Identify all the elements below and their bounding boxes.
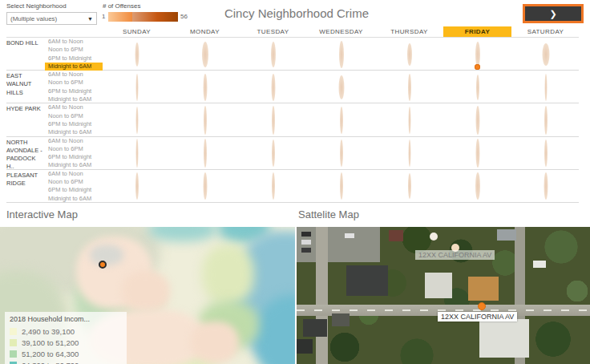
neighborhood-dropdown[interactable]: (Multiple values) ▼ xyxy=(6,12,97,25)
interactive-map[interactable]: 2018 Household Incom... 2,490 to 39,1003… xyxy=(0,227,295,364)
crime-mark-cell[interactable] xyxy=(239,71,307,103)
time-bucket-label[interactable]: 6AM to Noon xyxy=(45,137,103,145)
day-header-thursday[interactable]: THURSDAY xyxy=(375,26,443,37)
time-bucket-label[interactable]: 6PM to Midnight xyxy=(45,120,103,128)
crime-mark-cell[interactable] xyxy=(307,38,375,71)
time-bucket-label[interactable]: 6AM to Noon xyxy=(45,38,103,46)
time-bucket-label[interactable]: Midnight to 6AM xyxy=(45,128,103,136)
offense-distribution-mark[interactable] xyxy=(135,74,138,101)
crime-mark-cell[interactable] xyxy=(171,137,239,170)
time-bucket-label[interactable]: 6AM to Noon xyxy=(45,170,103,178)
time-bucket-label[interactable]: Midnight to 6AM xyxy=(45,161,103,169)
time-bucket-label[interactable]: Midnight to 6AM xyxy=(45,195,103,203)
selected-offense-mark[interactable] xyxy=(475,64,480,70)
income-legend-entry[interactable]: 64,300 to 86,700 xyxy=(10,359,122,364)
offense-distribution-mark[interactable] xyxy=(203,74,207,101)
time-bucket-label[interactable]: 6PM to Midnight xyxy=(45,186,103,194)
time-bucket-label[interactable]: Noon to 6PM xyxy=(45,145,103,153)
satellite-map[interactable]: 12XX CALIFORNIA AV 12XX CALIFORNIA AV xyxy=(297,227,590,364)
crime-mark-cell[interactable] xyxy=(239,103,307,136)
time-bucket-label[interactable]: Midnight to 6AM xyxy=(45,63,103,71)
time-bucket-label[interactable]: 6PM to Midnight xyxy=(45,55,103,63)
offense-distribution-mark[interactable] xyxy=(340,107,343,134)
crime-mark-cell[interactable] xyxy=(511,170,580,203)
crime-mark-cell[interactable] xyxy=(307,170,375,203)
crime-mark-cell[interactable] xyxy=(171,103,239,136)
time-bucket-label[interactable]: 6AM to Noon xyxy=(45,103,103,111)
offense-distribution-mark[interactable] xyxy=(475,172,480,200)
offense-distribution-mark[interactable] xyxy=(203,172,207,200)
income-legend-entry[interactable]: 2,490 to 39,100 xyxy=(10,326,122,337)
offense-distribution-mark[interactable] xyxy=(544,172,548,200)
offense-distribution-mark[interactable] xyxy=(340,140,343,167)
crime-mark-cell[interactable] xyxy=(171,38,239,71)
day-header-monday[interactable]: MONDAY xyxy=(171,26,239,37)
next-page-button[interactable]: ❯ xyxy=(523,4,584,23)
offense-distribution-mark[interactable] xyxy=(271,42,276,67)
crime-mark-cell[interactable] xyxy=(103,137,171,170)
offense-distribution-mark[interactable] xyxy=(135,42,139,67)
day-header-tuesday[interactable]: TUESDAY xyxy=(239,26,307,37)
offense-distribution-mark[interactable] xyxy=(202,42,208,67)
offense-distribution-mark[interactable] xyxy=(476,75,479,100)
day-header-friday[interactable]: FRIDAY xyxy=(443,26,511,37)
crime-mark-cell[interactable] xyxy=(171,170,239,203)
location-dot-orange[interactable] xyxy=(478,302,486,310)
offense-distribution-mark[interactable] xyxy=(475,106,479,135)
offense-distribution-mark[interactable] xyxy=(475,139,479,168)
crime-mark-cell[interactable] xyxy=(375,170,443,203)
time-bucket-label[interactable]: Noon to 6PM xyxy=(45,112,103,120)
time-bucket-label[interactable]: Noon to 6PM xyxy=(45,178,103,186)
crime-mark-cell[interactable] xyxy=(103,103,171,136)
crime-mark-cell[interactable] xyxy=(511,38,580,71)
crime-mark-cell[interactable] xyxy=(239,38,307,71)
offense-distribution-mark[interactable] xyxy=(339,41,344,68)
time-bucket-label[interactable]: Midnight to 6AM xyxy=(45,95,103,103)
offense-distribution-mark[interactable] xyxy=(408,107,410,134)
offense-distribution-mark[interactable] xyxy=(340,172,343,200)
offense-distribution-mark[interactable] xyxy=(135,139,138,168)
crime-mark-cell[interactable] xyxy=(307,103,375,136)
crime-mark-cell[interactable] xyxy=(443,137,511,170)
day-header-wednesday[interactable]: WEDNESDAY xyxy=(307,26,375,37)
offense-distribution-mark[interactable] xyxy=(135,107,138,134)
offense-distribution-mark[interactable] xyxy=(408,173,411,199)
offense-distribution-mark[interactable] xyxy=(544,140,548,167)
crime-mark-cell[interactable] xyxy=(375,71,443,103)
offense-distribution-mark[interactable] xyxy=(408,140,410,167)
time-bucket-label[interactable]: Noon to 6PM xyxy=(45,46,103,54)
crime-mark-cell[interactable] xyxy=(103,170,171,203)
offense-distribution-mark[interactable] xyxy=(204,106,207,135)
income-legend-entry[interactable]: 51,200 to 64,300 xyxy=(10,348,122,359)
crime-mark-cell[interactable] xyxy=(443,170,511,203)
crime-mark-cell[interactable] xyxy=(171,71,239,103)
offense-distribution-mark[interactable] xyxy=(135,172,139,200)
offense-distribution-mark[interactable] xyxy=(544,106,548,135)
offense-distribution-mark[interactable] xyxy=(544,74,547,101)
crime-mark-cell[interactable] xyxy=(103,38,171,71)
crime-mark-cell[interactable] xyxy=(307,137,375,170)
offense-distribution-mark[interactable] xyxy=(475,42,480,67)
crime-mark-cell[interactable] xyxy=(307,71,375,103)
selected-location-marker[interactable] xyxy=(99,261,107,269)
day-header-sunday[interactable]: SUNDAY xyxy=(103,26,171,37)
crime-mark-cell[interactable] xyxy=(375,38,443,71)
time-bucket-label[interactable]: Noon to 6PM xyxy=(45,79,103,87)
time-bucket-label[interactable]: 6AM to Noon xyxy=(45,71,103,79)
offense-distribution-mark[interactable] xyxy=(542,43,549,66)
crime-mark-cell[interactable] xyxy=(511,103,580,136)
offense-distribution-mark[interactable] xyxy=(204,139,207,168)
offense-distribution-mark[interactable] xyxy=(272,106,275,135)
offense-distribution-mark[interactable] xyxy=(338,75,344,99)
offense-distribution-mark[interactable] xyxy=(408,74,411,101)
time-bucket-label[interactable]: 6PM to Midnight xyxy=(45,153,103,161)
income-legend-entry[interactable]: 39,100 to 51,200 xyxy=(10,337,122,348)
crime-mark-cell[interactable] xyxy=(239,170,307,203)
crime-mark-cell[interactable] xyxy=(511,71,580,103)
offense-distribution-mark[interactable] xyxy=(272,140,275,167)
offense-distribution-mark[interactable] xyxy=(407,43,412,66)
crime-mark-cell[interactable] xyxy=(443,103,511,136)
crime-mark-cell[interactable] xyxy=(239,137,307,170)
day-header-saturday[interactable]: SATURDAY xyxy=(511,26,580,37)
crime-mark-cell[interactable] xyxy=(443,38,511,71)
